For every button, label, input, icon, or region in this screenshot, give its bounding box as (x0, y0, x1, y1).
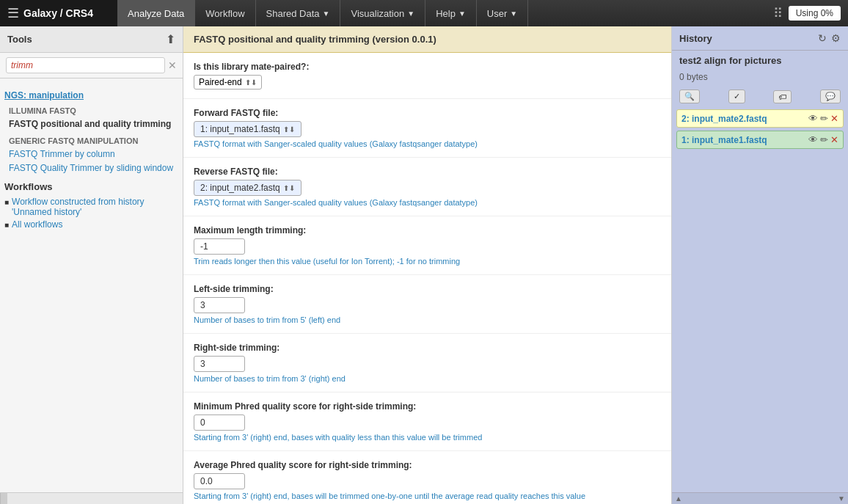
menu-icon[interactable]: ☰ (7, 5, 19, 21)
forward-fastq-label: Forward FASTQ file: (194, 108, 661, 118)
history-item-2-actions: 👁 ✏ ✕ (808, 113, 838, 124)
history-item-2-header: 2: input_mate2.fastq 👁 ✏ ✕ (677, 110, 843, 127)
nav-shared-data[interactable]: Shared Data ▼ (256, 0, 341, 26)
history-actions-bar: 🔍 ✓ 🏷 💬 (672, 87, 848, 106)
form-field-min-phred-right: Minimum Phred quality score for right-si… (183, 392, 671, 451)
sidebar: Tools ⬆ ✕ NGS: manipulation ILLUMINA FAS… (0, 26, 183, 504)
usage-badge[interactable]: Using 0% (789, 6, 841, 21)
nav-right: ⠿ Using 0% (773, 5, 848, 21)
history-item-1-edit-button[interactable]: ✏ (820, 134, 828, 145)
forward-fastq-select[interactable]: 1: input_mate1.fastq ⬆⬇ (194, 121, 301, 137)
right-trim-label: Right-side trimming: (194, 343, 661, 353)
workflows-title: Workflows (4, 181, 178, 192)
forward-fastq-hint: FASTQ format with Sanger-scaled quality … (194, 139, 661, 148)
nav-workflow[interactable]: Workflow (195, 0, 255, 26)
left-trim-hint: Number of bases to trim from 5' (left) e… (194, 315, 661, 324)
help-dropdown-icon: ▼ (458, 10, 466, 18)
history-item-2: 2: input_mate2.fastq 👁 ✏ ✕ (676, 109, 844, 128)
sidebar-subsection-generic: GENERIC FASTQ MANIPULATION (9, 136, 178, 145)
history-scroll-down-icon[interactable]: ▼ (838, 494, 845, 503)
app-logo[interactable]: ☰ Galaxy / CRS4 (0, 0, 117, 26)
forward-select-arrow: ⬆⬇ (283, 125, 295, 134)
max-length-hint: Trim reads longer then this value (usefu… (194, 257, 661, 266)
search-clear-icon[interactable]: ✕ (168, 59, 177, 71)
nav-help[interactable]: Help ▼ (425, 0, 477, 26)
min-phred-right-label: Minimum Phred quality score for right-si… (194, 401, 661, 412)
workflow-label-all: All workflows (12, 219, 62, 230)
mate-paired-value: Paired-end (199, 77, 242, 87)
center-panel: FASTQ positional and quality trimming (v… (183, 26, 672, 504)
top-navigation: ☰ Galaxy / CRS4 Analyze Data Workflow Sh… (0, 0, 848, 26)
sidebar-header: Tools ⬆ (0, 26, 183, 53)
workflow-link-all[interactable]: ■ All workflows (4, 219, 178, 230)
history-item-1: 1: input_mate1.fastq 👁 ✏ ✕ (676, 131, 844, 149)
history-check-button[interactable]: ✓ (728, 90, 745, 103)
tool-fastq-quality-trimmer[interactable]: FASTQ Quality Trimmer by sliding window (9, 162, 178, 175)
history-size: 0 bytes (672, 70, 848, 87)
main-layout: Tools ⬆ ✕ NGS: manipulation ILLUMINA FAS… (0, 26, 848, 504)
history-item-1-actions: 👁 ✏ ✕ (808, 134, 838, 145)
sidebar-content: NGS: manipulation ILLUMINA FASTQ FASTQ p… (0, 78, 183, 492)
bullet-icon: ■ (4, 198, 9, 206)
history-item-1-header: 1: input_mate1.fastq 👁 ✏ ✕ (677, 131, 843, 148)
max-length-label: Maximum length trimming: (194, 225, 661, 235)
grid-icon[interactable]: ⠿ (773, 5, 783, 21)
nav-items: Analyze Data Workflow Shared Data ▼ Visu… (117, 0, 528, 26)
avg-phred-right-label: Average Phred quality score for right-si… (194, 460, 661, 470)
nav-user[interactable]: User ▼ (477, 0, 528, 26)
history-name: test2 align for pictures (672, 51, 848, 70)
history-item-2-edit-button[interactable]: ✏ (820, 113, 828, 124)
forward-fastq-value: 1: input_mate1.fastq (200, 124, 280, 134)
history-content: 2: input_mate2.fastq 👁 ✏ ✕ 1: input_mate… (672, 106, 848, 492)
avg-phred-right-hint: Starting from 3' (right) end, bases will… (194, 492, 661, 500)
history-tag-button[interactable]: 🏷 (773, 90, 792, 103)
max-length-input[interactable] (194, 238, 245, 255)
min-phred-right-input[interactable] (194, 414, 245, 431)
form-field-forward-fastq: Forward FASTQ file: 1: input_mate1.fastq… (183, 99, 671, 158)
history-item-1-name[interactable]: 1: input_mate1.fastq (681, 135, 767, 145)
sidebar-subsection-illumina: ILLUMINA FASTQ (9, 106, 178, 115)
search-input[interactable] (6, 57, 165, 73)
mate-paired-label: Is this library mate-paired?: (194, 62, 661, 72)
left-trim-label: Left-side trimming: (194, 284, 661, 294)
history-header: History ↻ ⚙ (672, 26, 848, 51)
tool-fastq-trimmer-column[interactable]: FASTQ Trimmer by column (9, 148, 178, 161)
sidebar-section-ngs[interactable]: NGS: manipulation (4, 90, 178, 101)
reverse-fastq-value: 2: input_mate2.fastq (200, 183, 280, 193)
nav-visualization[interactable]: Visualization ▼ (340, 0, 425, 26)
user-dropdown-icon: ▼ (510, 10, 517, 18)
mate-paired-select[interactable]: Paired-end ⬆⬇ (194, 75, 262, 90)
min-phred-right-hint: Starting from 3' (right) end, bases with… (194, 433, 661, 442)
history-settings-icon[interactable]: ⚙ (831, 32, 841, 44)
form-field-right-trim: Right-side trimming: Number of bases to … (183, 334, 671, 392)
avg-phred-right-input[interactable] (194, 473, 245, 489)
left-trim-input[interactable] (194, 297, 245, 313)
history-refresh-icon[interactable]: ↻ (818, 32, 827, 44)
history-bottom: ▲ ▼ (672, 492, 848, 504)
reverse-fastq-hint: FASTQ format with Sanger-scaled quality … (194, 198, 661, 207)
workflow-label-history: Workflow constructed from history 'Unnam… (12, 197, 178, 217)
nav-analyze-data[interactable]: Analyze Data (117, 0, 195, 26)
history-comment-button[interactable]: 💬 (820, 90, 841, 103)
history-item-2-delete-button[interactable]: ✕ (830, 113, 838, 124)
history-scroll-up-icon[interactable]: ▲ (675, 494, 682, 503)
app-title: Galaxy / CRS4 (23, 7, 93, 19)
history-item-2-name[interactable]: 2: input_mate2.fastq (681, 114, 767, 124)
history-item-1-eye-button[interactable]: 👁 (808, 134, 818, 145)
sidebar-bottom (0, 492, 183, 504)
workflows-section: Workflows ■ Workflow constructed from hi… (4, 181, 178, 230)
form-field-reverse-fastq: Reverse FASTQ file: 2: input_mate2.fastq… (183, 158, 671, 216)
tool-fastq-positional[interactable]: FASTQ positional and quality trimming (9, 118, 178, 131)
reverse-fastq-label: Reverse FASTQ file: (194, 167, 661, 177)
sidebar-scrollbar[interactable] (0, 493, 7, 504)
reverse-fastq-select[interactable]: 2: input_mate2.fastq ⬆⬇ (194, 180, 301, 196)
sidebar-title: Tools (7, 34, 32, 45)
history-item-2-eye-button[interactable]: 👁 (808, 113, 818, 124)
history-search-button[interactable]: 🔍 (679, 90, 700, 103)
right-trim-input[interactable] (194, 356, 245, 372)
form-field-left-trim: Left-side trimming: Number of bases to t… (183, 275, 671, 334)
history-item-1-delete-button[interactable]: ✕ (830, 134, 838, 145)
upload-icon[interactable]: ⬆ (166, 32, 175, 46)
form-field-avg-phred-right: Average Phred quality score for right-si… (183, 451, 671, 504)
workflow-link-history[interactable]: ■ Workflow constructed from history 'Unn… (4, 197, 178, 217)
